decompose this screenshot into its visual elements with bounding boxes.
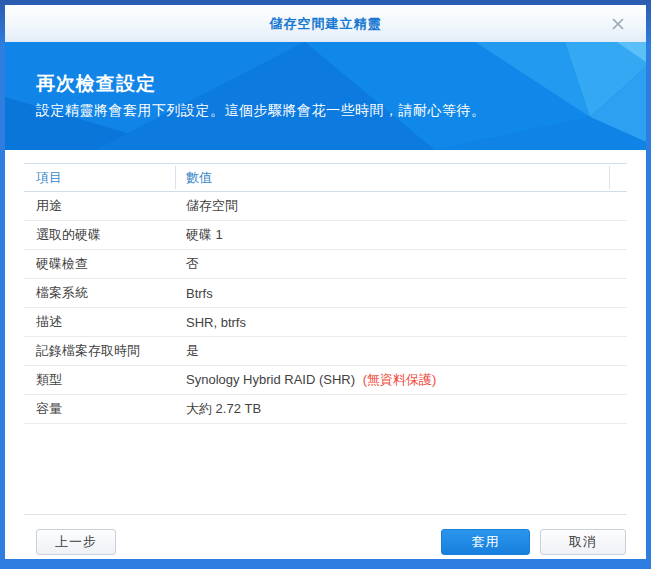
row-value: 是 <box>175 342 627 360</box>
row-value: 否 <box>175 255 627 273</box>
row-value: 儲存空間 <box>175 197 627 215</box>
wizard-step-header: 再次檢查設定 設定精靈將會套用下列設定。這個步驟將會花一些時間，請耐心等待。 <box>5 42 646 150</box>
table-row: 描述 SHR, btrfs <box>24 308 627 337</box>
row-value-text: Synology Hybrid RAID (SHR) <box>186 372 355 387</box>
step-subtitle: 設定精靈將會套用下列設定。這個步驟將會花一些時間，請耐心等待。 <box>36 99 646 121</box>
back-button[interactable]: 上一步 <box>36 529 116 555</box>
cancel-button[interactable]: 取消 <box>540 529 626 555</box>
dialog-title: 儲存空間建立精靈 <box>270 15 382 33</box>
content-area: 項目 數值 用途 儲存空間 選取的硬碟 硬碟 1 硬碟檢查 否 檔案系統 Btr… <box>5 150 646 559</box>
close-button[interactable] <box>608 14 628 34</box>
row-label: 容量 <box>24 400 175 418</box>
row-label: 硬碟檢查 <box>24 255 175 273</box>
table-row: 類型 Synology Hybrid RAID (SHR) (無資料保護) <box>24 366 627 395</box>
column-header-value: 數值 <box>175 169 627 187</box>
row-value: Synology Hybrid RAID (SHR) (無資料保護) <box>175 371 627 389</box>
table-row: 容量 大約 2.72 TB <box>24 395 627 424</box>
row-label: 記錄檔案存取時間 <box>24 342 175 360</box>
table-row: 記錄檔案存取時間 是 <box>24 337 627 366</box>
row-label: 用途 <box>24 197 175 215</box>
close-icon <box>611 17 625 31</box>
footer-divider <box>24 514 627 515</box>
table-row: 選取的硬碟 硬碟 1 <box>24 221 627 250</box>
column-header-item: 項目 <box>24 169 175 187</box>
column-divider <box>609 166 610 189</box>
table-row: 用途 儲存空間 <box>24 192 627 221</box>
row-value: 大約 2.72 TB <box>175 400 627 418</box>
column-divider <box>175 166 176 189</box>
apply-button[interactable]: 套用 <box>441 529 530 555</box>
step-heading: 再次檢查設定 <box>36 72 646 96</box>
row-value: SHR, btrfs <box>175 315 627 330</box>
no-data-protection-warning: (無資料保護) <box>363 372 437 387</box>
table-header-row: 項目 數值 <box>24 163 627 192</box>
row-label: 檔案系統 <box>24 284 175 302</box>
table-row: 硬碟檢查 否 <box>24 250 627 279</box>
dialog-titlebar: 儲存空間建立精靈 <box>5 5 646 42</box>
row-label: 類型 <box>24 371 175 389</box>
row-value: 硬碟 1 <box>175 226 627 244</box>
storage-wizard-dialog: 儲存空間建立精靈 再次檢查設定 設定精靈將會套用下列設定。這個步驟將會花一些時間… <box>0 0 651 569</box>
settings-summary-table: 項目 數值 用途 儲存空間 選取的硬碟 硬碟 1 硬碟檢查 否 檔案系統 Btr… <box>24 163 627 424</box>
table-row: 檔案系統 Btrfs <box>24 279 627 308</box>
row-value: Btrfs <box>175 286 627 301</box>
row-label: 選取的硬碟 <box>24 226 175 244</box>
row-label: 描述 <box>24 313 175 331</box>
